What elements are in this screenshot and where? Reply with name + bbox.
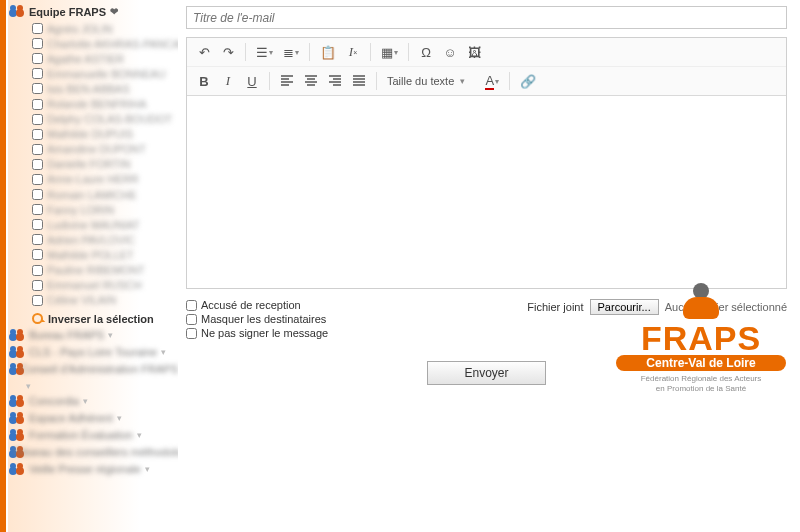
editor-content-area[interactable]: [187, 96, 786, 288]
member-checkbox[interactable]: [32, 280, 43, 291]
send-options: Accusé de reception Masquer les destinat…: [186, 299, 328, 341]
group-header[interactable]: Veille Presse régionale▾: [10, 463, 178, 476]
chevron-down-icon: ▾: [83, 396, 88, 406]
clear-formatting-button[interactable]: I×: [342, 41, 364, 63]
member-name: Danielle FORTIN: [47, 158, 131, 170]
option-hide-recipients[interactable]: Masquer les destinataires: [186, 313, 328, 325]
group-icon: [10, 346, 25, 359]
member-checkbox[interactable]: [32, 68, 43, 79]
member-name: Adrien PAVLOVIC: [47, 234, 135, 246]
underline-button[interactable]: U: [241, 70, 263, 92]
member-checkbox[interactable]: [32, 114, 43, 125]
chevron-down-icon: ▾: [145, 464, 150, 474]
attachment-label: Fichier joint: [527, 301, 583, 313]
member-name: Ludivine MAUNIAT: [47, 219, 140, 231]
group-header[interactable]: Bureau FRAPS▾: [10, 329, 178, 342]
option-read-receipt[interactable]: Accusé de reception: [186, 299, 328, 311]
align-center-button[interactable]: [300, 70, 322, 92]
chevron-down-icon[interactable]: ▾: [26, 381, 31, 391]
member-name: Fanny LORIN: [47, 204, 114, 216]
member-name: Pauline RIBEMONT: [47, 264, 145, 276]
emoji-button[interactable]: ☺: [439, 41, 461, 63]
member-checkbox[interactable]: [32, 159, 43, 170]
ordered-list-button[interactable]: ≣: [279, 41, 303, 63]
member-list: Agnès JOLIN Charlotte AKHRAS-PANCALDI Ag…: [10, 21, 178, 311]
group-header[interactable]: Espace Adhérent▾: [10, 412, 178, 425]
member-checkbox[interactable]: [32, 234, 43, 245]
no-sign-checkbox[interactable]: [186, 328, 197, 339]
paste-button[interactable]: 📋: [316, 41, 340, 63]
member-checkbox[interactable]: [32, 99, 43, 110]
member-name: Rolande BENFRIHA: [47, 98, 147, 110]
group-icon: [10, 412, 25, 425]
member-checkbox[interactable]: [32, 204, 43, 215]
member-checkbox[interactable]: [32, 23, 43, 34]
attachment-row: Fichier joint Parcourir... Aucun fichier…: [527, 299, 787, 315]
invert-label: Inverser la sélection: [48, 313, 154, 325]
send-button[interactable]: Envoyer: [427, 361, 545, 385]
unordered-list-button[interactable]: ☰: [252, 41, 277, 63]
member-checkbox[interactable]: [32, 219, 43, 230]
member-checkbox[interactable]: [32, 295, 43, 306]
member-checkbox[interactable]: [32, 53, 43, 64]
font-size-select[interactable]: Taille du texte: [383, 70, 479, 92]
member-name: Céline VILAIN: [47, 294, 116, 306]
member-name: Delphy COLAS-BOUDOT: [47, 113, 172, 125]
member-name: Mathilde POLLET: [47, 249, 134, 261]
member-checkbox[interactable]: [32, 265, 43, 276]
bold-button[interactable]: B: [193, 70, 215, 92]
text-color-button[interactable]: A: [481, 70, 503, 92]
hide-recipients-checkbox[interactable]: [186, 314, 197, 325]
group-icon: [10, 463, 25, 476]
receipt-checkbox[interactable]: [186, 300, 197, 311]
group-header[interactable]: Conseil d'Administration FRAPS: [10, 363, 178, 376]
file-status: Aucun fichier sélectionné: [665, 301, 787, 313]
group-header-equipe-fraps[interactable]: Equipe FRAPS ❤: [10, 5, 178, 18]
align-right-button[interactable]: [324, 70, 346, 92]
recipients-sidebar: Equipe FRAPS ❤ Agnès JOLIN Charlotte AKH…: [0, 0, 178, 532]
align-left-button[interactable]: [276, 70, 298, 92]
chevron-down-icon: ▾: [108, 330, 113, 340]
member-name: Amandine DUPONT: [47, 143, 146, 155]
group-icon: [10, 329, 25, 342]
special-char-button[interactable]: Ω: [415, 41, 437, 63]
insert-table-button[interactable]: ▦: [377, 41, 402, 63]
group-header[interactable]: Concordia▾: [10, 395, 178, 408]
member-name: Emmanuel RUSCH: [47, 279, 142, 291]
group-icon: [10, 395, 25, 408]
member-checkbox[interactable]: [32, 189, 43, 200]
member-checkbox[interactable]: [32, 144, 43, 155]
group-header[interactable]: CLS - Pays Loire Touraine▾: [10, 346, 178, 359]
member-checkbox[interactable]: [32, 129, 43, 140]
redo-button[interactable]: ↷: [217, 41, 239, 63]
member-name: Agathe ASTIER: [47, 53, 124, 65]
member-checkbox[interactable]: [32, 174, 43, 185]
chevron-down-icon: ❤: [110, 6, 118, 17]
undo-button[interactable]: ↶: [193, 41, 215, 63]
group-icon: [10, 429, 25, 442]
member-checkbox[interactable]: [32, 83, 43, 94]
align-justify-button[interactable]: [348, 70, 370, 92]
member-name: Anne-Laure HERR: [47, 173, 139, 185]
group-header[interactable]: Formation Évaluation▾: [10, 429, 178, 442]
option-no-signature[interactable]: Ne pas signer le message: [186, 327, 328, 339]
member-name: Charlotte AKHRAS-PANCALDI: [47, 38, 178, 50]
editor-toolbar: ↶ ↷ ☰ ≣ 📋 I× ▦ Ω ☺ 🖼 B I: [187, 38, 786, 96]
member-name: Emmanuelle BONNEAU: [47, 68, 166, 80]
italic-button[interactable]: I: [217, 70, 239, 92]
group-header[interactable]: Réseau des conseillers méthodologiques: [10, 446, 178, 459]
compose-panel: ↶ ↷ ☰ ≣ 📋 I× ▦ Ω ☺ 🖼 B I: [178, 0, 800, 532]
chevron-down-icon: ▾: [117, 413, 122, 423]
invert-selection[interactable]: Inverser la sélection: [10, 313, 178, 325]
insert-image-button[interactable]: 🖼: [463, 41, 485, 63]
insert-link-button[interactable]: 🔗: [516, 70, 540, 92]
member-checkbox[interactable]: [32, 38, 43, 49]
group-icon: [10, 5, 25, 18]
member-name: Mathilde DUPUIS: [47, 128, 133, 140]
group-icon: [10, 363, 17, 376]
member-checkbox[interactable]: [32, 249, 43, 260]
group-name: Equipe FRAPS: [29, 6, 106, 18]
member-name: Agnès JOLIN: [47, 23, 112, 35]
email-subject-input[interactable]: [186, 6, 787, 29]
browse-file-button[interactable]: Parcourir...: [590, 299, 659, 315]
